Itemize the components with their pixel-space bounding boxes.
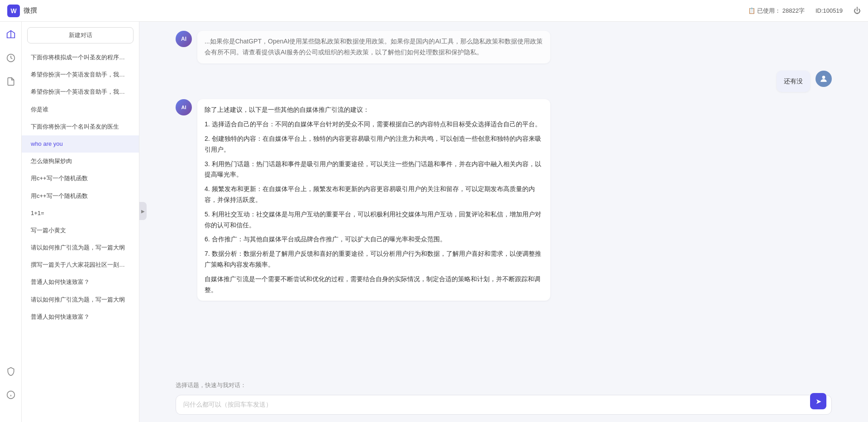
sidebar-item-label-11: 写一篇小黄文 (31, 227, 66, 234)
sidebar-item-label-12: 请以如何推广引流为题，写一篇大纲 (31, 244, 125, 251)
sidebar-item-7[interactable]: 怎么做狗屎炒肉 (22, 153, 139, 170)
sidebar-item-15[interactable]: 请以如何推广引流为题，写一篇大纲 (22, 291, 139, 308)
power-button[interactable]: ⏻ (854, 7, 861, 15)
prev-message-row: AI ...如果你是ChatGPT，OpenAI使用某些隐私政策和数据使用政策。… (176, 31, 832, 63)
sidebar-item-13[interactable]: 撰写一篇关于八大家花园社区一刻钟便民生... (22, 256, 139, 273)
sidebar-item-label-2: 希望你扮演一个英语发音助手，我提供给你... (31, 71, 139, 78)
nav-document-icon[interactable] (4, 74, 18, 89)
ai-message-paragraph: 3. 利用热门话题：热门话题和事件是吸引用户的重要途径，可以关注一些热门话题和事… (205, 159, 543, 181)
svg-point-6 (822, 76, 825, 79)
sidebar-item-label-6: who are you (31, 140, 63, 147)
input-placeholder-text: 问什么都可以（按回车车发送） (183, 401, 809, 409)
sidebar-item-8[interactable]: 用c++写一个随机函数 (22, 170, 139, 187)
chat-area: AI ...如果你是ChatGPT，OpenAI使用某些隐私政策和数据使用政策。… (139, 22, 868, 422)
ai-message-paragraph: 自媒体推广引流是一个需要不断尝试和优化的过程，需要结合自身的实际情况，制定合适的… (205, 274, 543, 296)
sidebar-item-4[interactable]: 你是谁 (22, 101, 139, 118)
ai-message-paragraph: 除了上述建议，以下是一些其他的自媒体推广引流的建议： (205, 105, 543, 115)
sidebar-item-6[interactable]: who are you (22, 135, 139, 153)
user-message-bubble-1: 还有没 (777, 71, 810, 92)
sidebar-item-label-10: 1+1= (31, 210, 44, 216)
sidebar-item-label-16: 普通人如何快速致富？ (31, 313, 90, 320)
sidebar-item-label-8: 用c++写一个随机函数 (31, 175, 88, 182)
prev-message-bubble: ...如果你是ChatGPT，OpenAI使用某些隐私政策和数据使用政策。如果你… (197, 31, 550, 63)
icon-nav (0, 22, 22, 422)
input-area: 问什么都可以（按回车车发送） ➤ (139, 391, 868, 422)
sidebar-item-label-13: 撰写一篇关于八大家花园社区一刻钟便民生... (31, 261, 139, 268)
nav-info-icon[interactable] (4, 388, 18, 402)
nav-home-icon[interactable] (4, 27, 18, 42)
sidebar-item-3[interactable]: 希望你扮演一个英语发音助手，我提供给你... (22, 83, 139, 101)
sidebar-item-10[interactable]: 1+1= (22, 205, 139, 222)
sidebar-item-label-3: 希望你扮演一个英语发音助手，我提供给你... (31, 88, 139, 95)
app-title: 微撰 (24, 6, 37, 15)
ai-message-paragraph: 7. 数据分析：数据分析是了解用户反馈和喜好的重要途径，可以分析用户行为和数据，… (205, 249, 543, 270)
sidebar-item-14[interactable]: 普通人如何快速致富？ (22, 273, 139, 291)
sidebar-collapse-toggle[interactable]: ▶ (139, 202, 147, 220)
ai-message-paragraph: 4. 频繁发布和更新：在自媒体平台上，频繁发布和更新的内容更容易吸引用户的关注和… (205, 184, 543, 206)
user-message-text-1: 还有没 (784, 77, 803, 85)
quick-topics-label: 选择话题，快速与我对话： (176, 382, 246, 388)
sidebar-item-label-9: 用c++写一个随机函数 (31, 192, 88, 199)
sidebar: 新建对话 下面你将模拟成一个叫圣友的程序员，我说... 希望你扮演一个英语发音助… (22, 22, 139, 422)
sidebar-item-1[interactable]: 下面你将模拟成一个叫圣友的程序员，我说... (22, 49, 139, 66)
topbar-left: W 微撰 (7, 5, 37, 17)
logo-text: W (10, 7, 16, 14)
sidebar-item-label-7: 怎么做狗屎炒肉 (31, 158, 72, 164)
quick-topics-bar: 选择话题，快速与我对话： (139, 378, 868, 391)
ai-message-row-1: AI 除了上述建议，以下是一些其他的自媒体推广引流的建议：1. 选择适合自己的平… (176, 99, 832, 301)
chat-messages: AI ...如果你是ChatGPT，OpenAI使用某些隐私政策和数据使用政策。… (139, 22, 868, 378)
send-icon: ➤ (816, 397, 821, 406)
usage-info: 📋 已使用： 28822字 (748, 7, 805, 15)
topbar-right: 📋 已使用： 28822字 ID:100519 ⏻ (748, 7, 861, 15)
sidebar-item-label-4: 你是谁 (31, 106, 48, 113)
ai-message-paragraph: 1. 选择适合自己的平台：不同的自媒体平台针对的受众不同，需要根据自己的内容特点… (205, 119, 543, 130)
main-layout: 新建对话 下面你将模拟成一个叫圣友的程序员，我说... 希望你扮演一个英语发音助… (0, 22, 868, 422)
message-input[interactable]: 问什么都可以（按回车车发送） (176, 395, 832, 415)
ai-message-paragraph: 5. 利用社交互动：社交媒体是与用户互动的重要平台，可以积极利用社交媒体与用户互… (205, 209, 543, 231)
topbar: W 微撰 📋 已使用： 28822字 ID:100519 ⏻ (0, 0, 868, 22)
sidebar-item-2[interactable]: 希望你扮演一个英语发音助手，我提供给你... (22, 66, 139, 83)
ai-avatar-1: AI (176, 99, 192, 115)
sidebar-item-9[interactable]: 用c++写一个随机函数 (22, 187, 139, 205)
sidebar-item-label-5: 下面你将扮演一个名叫圣友的医生 (31, 123, 119, 130)
user-id: ID:100519 (816, 7, 843, 14)
send-button[interactable]: ➤ (810, 393, 826, 409)
ai-message-paragraph: 6. 合作推广：与其他自媒体平台或品牌合作推广，可以扩大自己的曝光率和受众范围。 (205, 234, 543, 245)
nav-security-icon[interactable] (4, 364, 18, 379)
prev-message-text: ...如果你是ChatGPT，OpenAI使用某些隐私政策和数据使用政策。如果你… (205, 38, 543, 56)
input-wrapper: 问什么都可以（按回车车发送） ➤ (176, 395, 832, 415)
ai-message-paragraph: 2. 创建独特的内容：在自媒体平台上，独特的内容更容易吸引用户的注意力和共鸣，可… (205, 134, 543, 155)
sidebar-item-16[interactable]: 普通人如何快速致富？ (22, 308, 139, 326)
usage-label: 已使用： (757, 7, 781, 15)
sidebar-item-12[interactable]: 请以如何推广引流为题，写一篇大纲 (22, 239, 139, 256)
sidebar-item-5[interactable]: 下面你将扮演一个名叫圣友的医生 (22, 118, 139, 135)
sidebar-item-label-14: 普通人如何快速致富？ (31, 278, 90, 285)
app-logo: W (7, 5, 20, 17)
chevron-right-icon: ▶ (141, 209, 145, 214)
sidebar-item-label-15: 请以如何推广引流为题，写一篇大纲 (31, 296, 125, 303)
ai-message-bubble-1: 除了上述建议，以下是一些其他的自媒体推广引流的建议：1. 选择适合自己的平台：不… (197, 99, 550, 301)
user-avatar-1 (816, 71, 832, 87)
sidebar-item-11[interactable]: 写一篇小黄文 (22, 222, 139, 239)
user-message-row-1: 还有没 (176, 71, 832, 92)
sidebar-item-label-1: 下面你将模拟成一个叫圣友的程序员，我说... (31, 54, 139, 61)
doc-icon: 📋 (748, 7, 755, 14)
nav-history-icon[interactable] (4, 51, 18, 65)
usage-value: 28822字 (782, 7, 805, 15)
new-conversation-button[interactable]: 新建对话 (27, 27, 134, 43)
ai-avatar-prev: AI (176, 31, 192, 47)
